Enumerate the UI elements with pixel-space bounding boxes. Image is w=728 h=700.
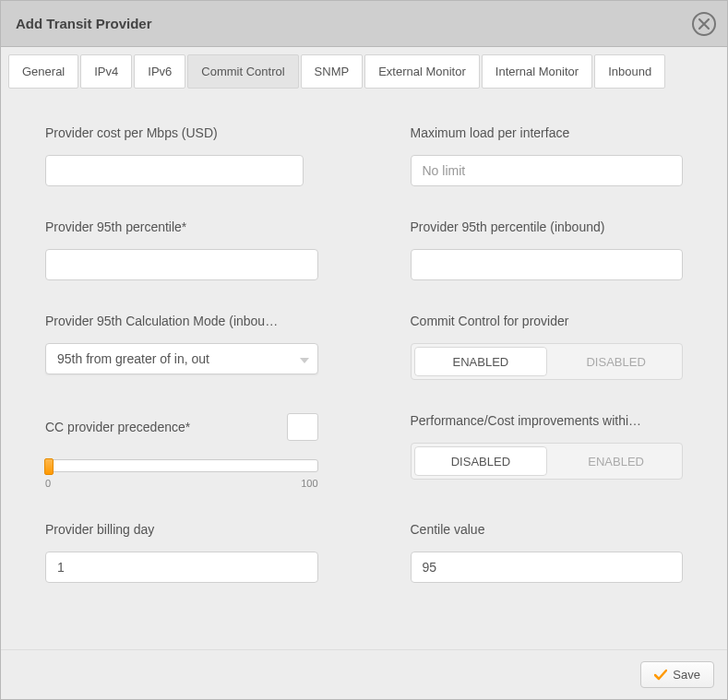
dialog-title: Add Transit Provider: [16, 16, 152, 31]
tab-ipv4[interactable]: IPv4: [80, 54, 132, 89]
slider-handle[interactable]: [44, 458, 54, 475]
perf-cost-toggle: DISABLED ENABLED: [411, 443, 684, 480]
tab-commit-control[interactable]: Commit Control: [187, 54, 298, 89]
commit-enabled-button[interactable]: ENABLED: [414, 347, 548, 376]
close-icon: [698, 18, 710, 30]
commit-control-toggle: ENABLED DISABLED: [411, 343, 684, 380]
field-provider-cost: Provider cost per Mbps (USD): [45, 125, 318, 186]
max-load-input[interactable]: [411, 155, 684, 186]
label-perf-cost: Performance/Cost improvements withi…: [411, 413, 684, 428]
field-precedence: CC provider precedence* 0 100: [45, 413, 318, 489]
save-button[interactable]: Save: [640, 661, 714, 688]
tab-general[interactable]: General: [8, 54, 78, 89]
close-button[interactable]: [692, 12, 716, 36]
field-p95-inbound: Provider 95th percentile (inbound): [411, 219, 684, 280]
slider-max: 100: [301, 478, 317, 489]
precedence-slider[interactable]: 0 100: [45, 459, 318, 489]
form-content: Provider cost per Mbps (USD) Maximum loa…: [1, 89, 727, 649]
label-p95: Provider 95th percentile*: [45, 219, 318, 234]
field-centile: Centile value: [411, 522, 684, 583]
label-calc-mode: Provider 95th Calculation Mode (inbou…: [45, 314, 318, 328]
provider-cost-input[interactable]: [45, 155, 304, 186]
precedence-input[interactable]: [287, 413, 318, 441]
dialog-footer: Save: [1, 649, 727, 699]
slider-min: 0: [45, 478, 51, 489]
tab-ipv6[interactable]: IPv6: [134, 54, 185, 89]
tab-internal-monitor[interactable]: Internal Monitor: [482, 54, 592, 89]
add-transit-provider-dialog: Add Transit Provider General IPv4 IPv6 C…: [0, 0, 728, 700]
tab-bar: General IPv4 IPv6 Commit Control SNMP Ex…: [1, 47, 727, 89]
label-provider-cost: Provider cost per Mbps (USD): [45, 125, 318, 140]
dialog-header: Add Transit Provider: [1, 1, 727, 47]
slider-track: [45, 459, 318, 472]
field-p95: Provider 95th percentile*: [45, 219, 318, 280]
tab-inbound[interactable]: Inbound: [594, 54, 665, 89]
billing-day-input[interactable]: [45, 552, 318, 583]
perf-cost-enabled-button[interactable]: ENABLED: [550, 444, 682, 479]
field-commit-control: Commit Control for provider ENABLED DISA…: [411, 314, 684, 380]
calc-mode-value: 95th from greater of in, out: [45, 343, 318, 374]
centile-input[interactable]: [411, 552, 684, 583]
field-max-load: Maximum load per interface: [411, 125, 684, 186]
tab-snmp[interactable]: SNMP: [301, 54, 364, 89]
p95-input[interactable]: [45, 249, 318, 280]
tab-external-monitor[interactable]: External Monitor: [364, 54, 480, 89]
label-centile: Centile value: [411, 522, 684, 537]
label-p95-inbound: Provider 95th percentile (inbound): [411, 219, 684, 234]
calc-mode-select[interactable]: 95th from greater of in, out: [45, 343, 318, 374]
label-precedence: CC provider precedence*: [45, 420, 190, 434]
field-billing-day: Provider billing day: [45, 522, 318, 583]
commit-disabled-button[interactable]: DISABLED: [550, 344, 682, 379]
label-billing-day: Provider billing day: [45, 522, 318, 537]
save-label: Save: [673, 668, 700, 682]
field-perf-cost: Performance/Cost improvements withi… DIS…: [411, 413, 684, 489]
slider-labels: 0 100: [45, 478, 318, 489]
p95-inbound-input[interactable]: [411, 249, 684, 280]
check-icon: [654, 669, 667, 682]
label-max-load: Maximum load per interface: [411, 125, 684, 140]
perf-cost-disabled-button[interactable]: DISABLED: [414, 446, 548, 476]
label-commit-control: Commit Control for provider: [411, 314, 684, 328]
field-calc-mode: Provider 95th Calculation Mode (inbou… 9…: [45, 314, 318, 380]
